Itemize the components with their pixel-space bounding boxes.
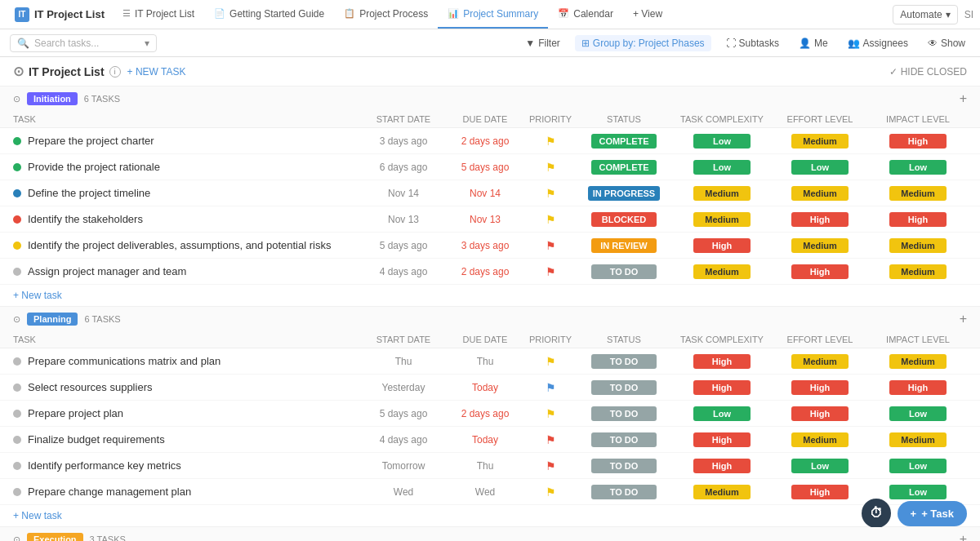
info-icon[interactable]: i [109, 66, 121, 78]
phase-badge-initiation: Initiation [27, 92, 78, 105]
task-effort-badge: High [771, 212, 869, 227]
toolbar-right: ▼ Filter ⊞ Group by: Project Phases ⛶ Su… [520, 35, 970, 51]
task-priority: ⚑ [526, 213, 575, 226]
nav-tab-view[interactable]: + View [623, 0, 672, 29]
task-status-badge: BLOCKED [575, 212, 673, 227]
impact-label: Medium [889, 238, 947, 253]
col-header-start: START DATE [363, 114, 444, 124]
status-label: TO DO [591, 264, 657, 279]
section-add-button-planning[interactable]: + [960, 312, 967, 326]
task-effort-badge: High [771, 485, 869, 499]
task-row[interactable]: Prepare change management plan Wed Wed ⚑… [0, 479, 980, 505]
add-task-row-initiation[interactable]: + New task [0, 285, 980, 306]
complexity-label: Medium [693, 212, 751, 227]
task-impact-badge: Low [869, 485, 967, 499]
task-row[interactable]: Identify performance key metrics Tomorro… [0, 453, 980, 479]
task-row[interactable]: Select resources suppliers Yesterday Tod… [0, 375, 980, 401]
top-nav: IT IT Project List ☰IT Project List📄Gett… [0, 0, 980, 29]
complexity-label: Low [693, 134, 751, 149]
section-add-button-execution[interactable]: + [960, 532, 967, 541]
task-complexity-badge: High [673, 432, 771, 447]
task-row[interactable]: Prepare communications matrix and plan T… [0, 348, 980, 375]
show-button[interactable]: 👁 Show [923, 35, 970, 51]
task-effort-badge: Low [771, 459, 869, 473]
collapse-section-planning[interactable]: ⊙ [13, 314, 20, 325]
add-task-button[interactable]: + + Task [898, 501, 967, 526]
section-header-initiation: ⊙ Initiation 6 TASKS + [0, 86, 980, 111]
priority-flag-icon: ⚑ [546, 407, 556, 420]
nav-tab-guide[interactable]: 📄Getting Started Guide [204, 0, 334, 29]
task-effort-badge: Medium [771, 432, 869, 447]
nav-tab-label-process: Project Process [359, 8, 428, 20]
priority-flag-icon: ⚑ [546, 459, 556, 472]
collapse-section-initiation[interactable]: ⊙ [13, 94, 20, 104]
task-effort-badge: Medium [771, 238, 869, 253]
task-name: Identify the project deliverables, assum… [28, 239, 363, 251]
task-due-date: Thu [444, 356, 526, 367]
task-start-date: 4 days ago [363, 434, 444, 446]
task-priority: ⚑ [526, 433, 575, 446]
complexity-label: Medium [693, 485, 751, 499]
task-status-badge: COMPLETE [575, 134, 673, 149]
search-icon: 🔍 [17, 38, 29, 49]
main-content: ⊙ IT Project List i + NEW TASK ✓ HIDE CL… [0, 57, 980, 541]
priority-flag-icon: ⚑ [546, 239, 556, 252]
task-complexity-badge: Low [673, 160, 771, 175]
nav-tab-summary[interactable]: 📊Project Summary [438, 0, 548, 29]
new-task-button[interactable]: + NEW TASK [127, 66, 186, 78]
task-complexity-badge: Medium [673, 212, 771, 227]
col-header-start: START DATE [363, 335, 444, 344]
status-label: IN REVIEW [591, 238, 657, 253]
priority-flag-icon: ⚑ [546, 213, 556, 226]
task-priority: ⚑ [526, 486, 575, 499]
group-by-button[interactable]: ⊞ Group by: Project Phases [575, 35, 711, 51]
task-row[interactable]: Define the project timeline Nov 14 Nov 1… [0, 180, 980, 206]
task-effort-badge: Medium [771, 354, 869, 369]
task-row[interactable]: Identify the project deliverables, assum… [0, 233, 980, 259]
task-status-badge: TO DO [575, 459, 673, 473]
task-start-date: Tomorrow [363, 460, 444, 472]
task-row[interactable]: Identify the stakeholders Nov 13 Nov 13 … [0, 206, 980, 233]
task-due-date: Today [444, 434, 526, 446]
col-header-priority: PRIORITY [526, 114, 575, 124]
col-header-effort: EFFORT LEVEL [771, 114, 869, 124]
nav-tab-calendar[interactable]: 📅Calendar [548, 0, 623, 29]
collapse-section-execution[interactable]: ⊙ [13, 534, 20, 542]
priority-flag-icon: ⚑ [546, 135, 556, 148]
me-button[interactable]: 👤 Me [794, 35, 833, 51]
search-box[interactable]: 🔍 Search tasks... ▾ [10, 34, 157, 52]
automate-button[interactable]: Automate ▾ [893, 5, 957, 24]
task-row[interactable]: Prepare the project charter 3 days ago 2… [0, 128, 980, 154]
task-start-date: Nov 13 [363, 214, 444, 225]
impact-label: Medium [889, 354, 947, 369]
effort-label: High [791, 485, 849, 499]
add-task-row-planning[interactable]: + New task [0, 505, 980, 526]
task-priority: ⚑ [526, 265, 575, 278]
task-row[interactable]: Assign project manager and team 4 days a… [0, 259, 980, 285]
assignees-button[interactable]: 👥 Assignees [843, 35, 913, 51]
col-header-priority: PRIORITY [526, 335, 575, 344]
hide-closed-button[interactable]: ✓ HIDE CLOSED [889, 66, 967, 78]
subtasks-button[interactable]: ⛶ Subtasks [721, 35, 784, 51]
section-add-button-initiation[interactable]: + [960, 91, 967, 106]
task-effort-badge: Low [771, 160, 869, 175]
complexity-label: High [693, 432, 751, 447]
task-row[interactable]: Prepare project plan 5 days ago 2 days a… [0, 401, 980, 427]
task-row[interactable]: Finalize budget requirements 4 days ago … [0, 427, 980, 453]
priority-flag-icon: ⚑ [546, 433, 556, 446]
task-due-date: 2 days ago [444, 135, 526, 147]
status-label: TO DO [591, 432, 657, 447]
task-impact-badge: High [869, 134, 967, 149]
nav-tab-process[interactable]: 📋Project Process [334, 0, 438, 29]
task-complexity-badge: High [673, 459, 771, 473]
task-priority: ⚑ [526, 459, 575, 472]
collapse-all-icon[interactable]: ⊙ [13, 64, 24, 79]
task-impact-badge: Medium [869, 186, 967, 201]
timer-button[interactable]: ⏱ [862, 499, 891, 528]
nav-tab-list[interactable]: ☰IT Project List [113, 0, 204, 29]
task-start-date: 5 days ago [363, 408, 444, 419]
filter-button[interactable]: ▼ Filter [520, 35, 565, 51]
task-row[interactable]: Provide the project rationale 6 days ago… [0, 154, 980, 180]
complexity-label: Medium [693, 264, 751, 279]
impact-label: High [889, 212, 947, 227]
